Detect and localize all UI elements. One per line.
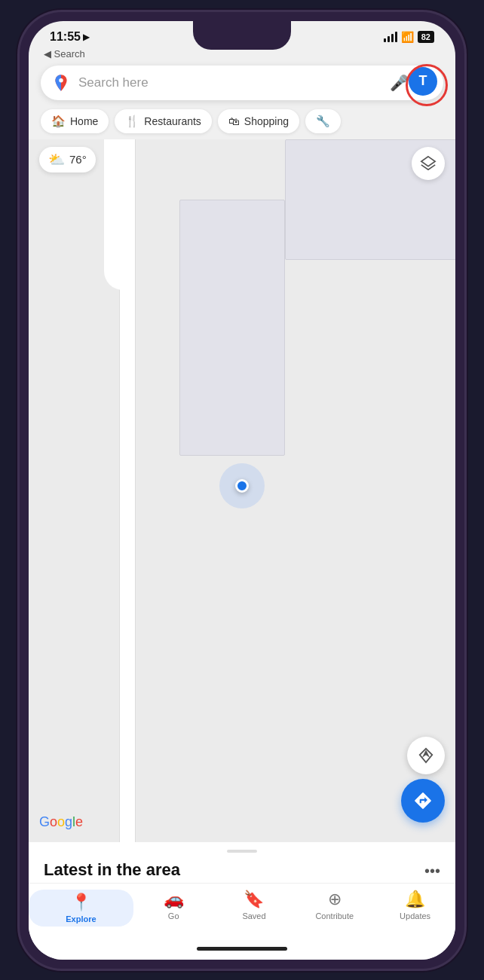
nav-item-updates[interactable]: 🔔 Updates <box>375 890 455 927</box>
tools-icon: 🔧 <box>316 114 330 128</box>
weather-badge[interactable]: ⛅ 76° <box>39 147 96 172</box>
location-marker <box>219 463 265 508</box>
svg-marker-3 <box>424 751 428 756</box>
signal-bar-3 <box>391 34 394 42</box>
shopping-icon: 🛍 <box>228 114 240 127</box>
weather-icon: ⛅ <box>48 151 65 168</box>
search-bar[interactable]: Search here 🎤 📷 <box>41 66 443 100</box>
layers-button[interactable] <box>412 147 445 180</box>
status-icons: 📶 82 <box>384 31 434 43</box>
svg-marker-1 <box>421 156 435 166</box>
home-icon: 🏠 <box>51 114 66 128</box>
bottom-sheet: Latest in the area ••• <box>29 842 455 883</box>
microphone-icon[interactable]: 🎤 <box>390 74 409 92</box>
phone-frame: 11:55 ▶ 📶 82 ◀ Search <box>20 12 464 969</box>
google-logo: Google <box>39 814 83 830</box>
wifi-icon: 📶 <box>401 31 414 43</box>
road-curve <box>104 139 123 290</box>
phone-screen: 11:55 ▶ 📶 82 ◀ Search <box>29 21 455 960</box>
explore-icon: 📍 <box>71 893 91 912</box>
battery-indicator: 82 <box>418 31 434 43</box>
go-label: Go <box>168 911 179 920</box>
contribute-icon: ⊕ <box>328 890 342 909</box>
explore-label: Explore <box>66 914 96 924</box>
pill-shopping[interactable]: 🛍 Shopping <box>218 109 299 133</box>
nav-item-saved[interactable]: 🔖 Saved <box>214 890 295 927</box>
go-icon: 🚗 <box>164 890 184 909</box>
pill-more[interactable]: 🔧 <box>305 109 341 133</box>
pill-restaurants-label: Restaurants <box>144 115 201 127</box>
saved-label: Saved <box>242 911 265 920</box>
category-pills: 🏠 Home 🍴 Restaurants 🛍 Shopping 🔧 <box>29 106 455 139</box>
directions-icon <box>413 791 433 811</box>
pill-shopping-label: Shopping <box>244 115 289 127</box>
bottom-navigation: 📍 Explore 🚗 Go 🔖 Saved ⊕ Contribute 🔔 Up… <box>29 883 455 939</box>
google-maps-logo <box>51 73 71 93</box>
compass-icon <box>418 747 434 764</box>
restaurants-icon: 🍴 <box>125 114 139 128</box>
signal-bar-1 <box>384 38 386 42</box>
contribute-label: Contribute <box>315 911 354 920</box>
pill-home[interactable]: 🏠 Home <box>41 109 109 133</box>
bottom-sheet-title: Latest in the area <box>44 860 180 880</box>
nav-item-contribute[interactable]: ⊕ Contribute <box>294 890 375 927</box>
home-bar <box>29 939 455 960</box>
nav-item-go[interactable]: 🚗 Go <box>133 890 214 927</box>
directions-fab[interactable] <box>401 779 445 823</box>
nav-item-explore[interactable]: 📍 Explore <box>29 890 133 927</box>
navigation-arrow-icon: ▶ <box>83 32 90 42</box>
svg-point-0 <box>59 78 63 82</box>
notch <box>193 21 291 50</box>
signal-bar-2 <box>388 36 390 42</box>
navigation-button[interactable] <box>407 737 445 774</box>
saved-icon: 🔖 <box>244 890 264 909</box>
pill-restaurants[interactable]: 🍴 Restaurants <box>115 109 211 133</box>
updates-label: Updates <box>400 911 430 920</box>
updates-icon: 🔔 <box>405 890 425 909</box>
bottom-sheet-handle <box>227 850 257 853</box>
signal-bar-4 <box>395 32 397 42</box>
map-area[interactable]: ⛅ 76° <box>29 139 455 842</box>
avatar-button[interactable]: T <box>409 67 437 96</box>
location-dot <box>235 479 249 493</box>
more-options-button[interactable]: ••• <box>424 862 440 880</box>
search-area: Search here 🎤 📷 T <box>29 61 455 106</box>
avatar-letter: T <box>419 73 427 89</box>
pill-home-label: Home <box>70 115 98 127</box>
weather-temp: 76° <box>69 153 87 166</box>
time-display: 11:55 <box>50 30 81 44</box>
signal-bars <box>384 32 397 42</box>
back-label: ◀ Search <box>44 48 85 60</box>
home-indicator <box>197 947 287 951</box>
status-time: 11:55 ▶ <box>50 30 90 44</box>
layers-icon <box>420 155 437 172</box>
search-input-placeholder[interactable]: Search here <box>78 75 382 90</box>
building-block-main <box>179 200 285 456</box>
